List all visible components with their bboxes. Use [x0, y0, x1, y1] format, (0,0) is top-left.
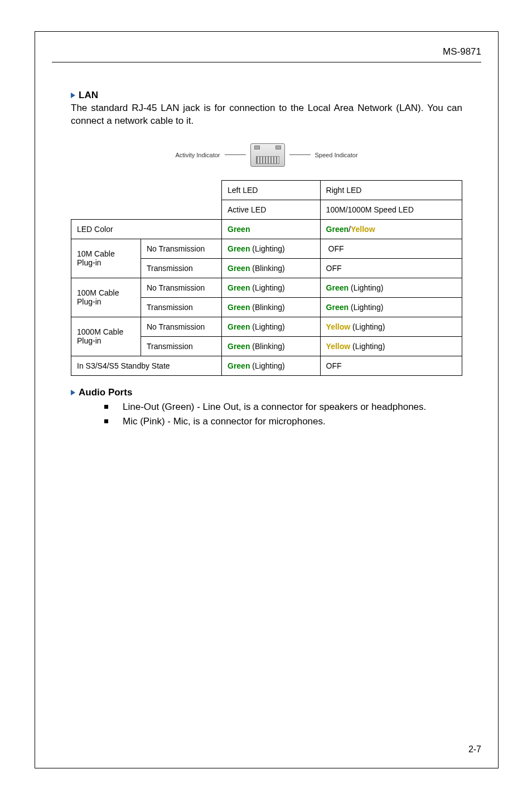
header-rule [52, 62, 481, 62]
audio-section-head: Audio Ports [71, 387, 462, 398]
bullet-line-out: Line-Out (Green) - Line Out, is a connec… [123, 400, 462, 414]
cell-100m-trans: Transmission [141, 297, 222, 317]
cell-1000m-trans-left: Green (Blinking) [222, 336, 321, 356]
cell-standby-right: OFF [320, 356, 462, 375]
cell-100m-trans-left: Green (Blinking) [222, 297, 321, 317]
row-standby: In S3/S4/S5 Standby State [71, 356, 222, 375]
cell-100m-notrans: No Transmission [141, 278, 222, 297]
audio-title: Audio Ports [79, 387, 132, 398]
list-item: Mic (Pink) - Mic, is a connector for mic… [104, 415, 462, 428]
cell-10m-notrans-right: OFF [320, 239, 462, 258]
triangle-icon [71, 390, 75, 395]
cell-1000m-notrans-right: Yellow (Lighting) [320, 317, 462, 336]
bullet-mic: Mic (Pink) - Mic, is a connector for mic… [123, 415, 462, 428]
blank-cell [71, 180, 222, 219]
table-row: Left LED Right LED [71, 180, 462, 200]
cell-10m-trans-left: Green (Blinking) [222, 258, 321, 278]
cell-100m-trans-right: Green (Lighting) [320, 297, 462, 317]
cell-10m-notrans: No Transmission [141, 239, 222, 258]
leader-line-left [225, 154, 246, 155]
col-left-led: Left LED [222, 180, 321, 200]
lan-description: The standard RJ-45 LAN jack is for conne… [71, 102, 462, 128]
col-speed-led: 100M/1000M Speed LED [320, 200, 462, 219]
cell-10m-notrans-left: Green (Lighting) [222, 239, 321, 258]
col-right-led: Right LED [320, 180, 462, 200]
header-model: MS-9871 [443, 46, 481, 57]
cell-100m-notrans-right: Green (Lighting) [320, 278, 462, 297]
cell-10m-trans-right: OFF [320, 258, 462, 278]
square-bullet-icon [104, 419, 108, 423]
cell-100m-notrans-left: Green (Lighting) [222, 278, 321, 297]
lan-section-head: LAN [71, 90, 462, 101]
row-10m-label: 10M CablePlug-in [71, 239, 141, 278]
table-row: LED Color Green Green/Yellow [71, 219, 462, 239]
cell-1000m-trans: Transmission [141, 336, 222, 356]
rj45-jack-icon [250, 143, 285, 167]
leader-line-right [289, 154, 311, 155]
cell-color-right: Green/Yellow [320, 219, 462, 239]
cell-10m-trans: Transmission [141, 258, 222, 278]
row-1000m-label: 1000M CablePlug-in [71, 317, 141, 356]
table-row: 1000M CablePlug-in No Transmission Green… [71, 317, 462, 336]
rj45-right-led-icon [275, 146, 281, 149]
cell-1000m-notrans: No Transmission [141, 317, 222, 336]
row-led-color: LED Color [71, 219, 222, 239]
content-area: LAN The standard RJ-45 LAN jack is for c… [71, 90, 462, 429]
triangle-icon [71, 93, 75, 98]
page-frame: MS-9871 LAN The standard RJ-45 LAN jack … [35, 31, 499, 768]
cell-standby-left: Green (Lighting) [222, 356, 321, 375]
list-item: Line-Out (Green) - Line Out, is a connec… [104, 400, 462, 414]
square-bullet-icon [104, 405, 108, 409]
cell-1000m-notrans-left: Green (Lighting) [222, 317, 321, 336]
speed-indicator-label: Speed Indicator [315, 152, 358, 158]
activity-indicator-label: Activity Indicator [175, 152, 220, 158]
rj45-pins-icon [256, 156, 279, 164]
led-table: Left LED Right LED Active LED 100M/1000M… [71, 180, 462, 376]
rj45-left-led-icon [254, 146, 260, 149]
page-number: 2-7 [468, 744, 481, 755]
cell-color-left: Green [222, 219, 321, 239]
row-100m-label: 100M CablePlug-in [71, 278, 141, 317]
table-row: 100M CablePlug-in No Transmission Green … [71, 278, 462, 297]
table-row: In S3/S4/S5 Standby State Green (Lightin… [71, 356, 462, 375]
col-active-led: Active LED [222, 200, 321, 219]
cell-1000m-trans-right: Yellow (Lighting) [320, 336, 462, 356]
audio-section: Audio Ports Line-Out (Green) - Line Out,… [71, 387, 462, 428]
table-row: 10M CablePlug-in No Transmission Green (… [71, 239, 462, 258]
audio-bullets: Line-Out (Green) - Line Out, is a connec… [104, 400, 462, 428]
lan-title: LAN [79, 90, 98, 101]
rj45-diagram-row: Activity Indicator Speed Indicator [71, 143, 462, 167]
